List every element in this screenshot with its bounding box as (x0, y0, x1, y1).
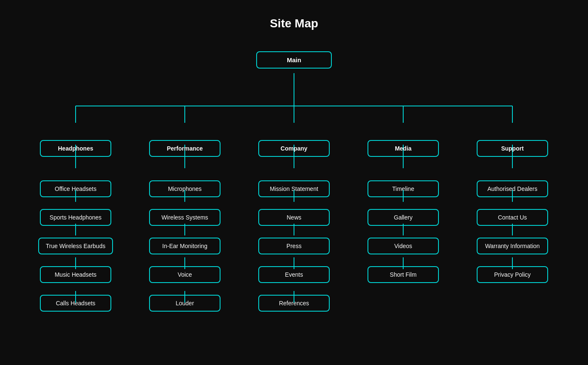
col-support-2: Contact Us (458, 209, 567, 226)
col-company-4: Events (239, 266, 349, 283)
node-performance[interactable]: Performance (149, 140, 220, 157)
col-support-1: Authorised Dealers (458, 180, 567, 197)
col-company-5: References (239, 295, 349, 312)
page-title: Site Map (270, 17, 318, 30)
l3-row-1: Office Headsets Microphones Mission Stat… (21, 180, 567, 197)
root-row: Main (21, 51, 567, 69)
col-performance-4: Voice (130, 266, 239, 283)
l2-row: Headphones Performance Company Media Sup… (21, 140, 567, 157)
node-louder[interactable]: Louder (149, 295, 220, 312)
col-headphones-1: Office Headsets (21, 180, 130, 197)
col-company-3: Press (239, 238, 349, 254)
node-videos[interactable]: Videos (368, 238, 439, 254)
node-microphones[interactable]: Microphones (149, 180, 220, 197)
node-in-ear-monitoring[interactable]: In-Ear Monitoring (149, 238, 220, 254)
node-short-film[interactable]: Short Film (368, 266, 439, 283)
root-node[interactable]: Main (256, 51, 332, 69)
node-mission-statement[interactable]: Mission Statement (258, 180, 330, 197)
col-media-1: Timeline (349, 180, 458, 197)
l3-row-2: Sports Headphones Wireless Systems News … (21, 209, 567, 226)
col-headphones-5: Calls Headsets (21, 295, 130, 312)
connector-spacer-1 (21, 69, 567, 140)
connector-spacer-3 (21, 197, 567, 209)
node-calls-headsets[interactable]: Calls Headsets (40, 295, 111, 312)
node-voice[interactable]: Voice (149, 266, 220, 283)
col-performance-2: Wireless Systems (130, 209, 239, 226)
col-performance-1: Microphones (130, 180, 239, 197)
node-press[interactable]: Press (258, 238, 330, 254)
connector-spacer-5 (21, 254, 567, 266)
col-company-1: Mission Statement (239, 180, 349, 197)
node-headphones[interactable]: Headphones (40, 140, 111, 157)
node-warranty-information[interactable]: Warranty Information (477, 238, 548, 254)
col-performance-5: Louder (130, 295, 239, 312)
col-headphones: Headphones (21, 140, 130, 157)
node-office-headsets[interactable]: Office Headsets (40, 180, 111, 197)
node-privacy-policy[interactable]: Privacy Policy (477, 266, 548, 283)
node-contact-us[interactable]: Contact Us (477, 209, 548, 226)
col-support-4: Privacy Policy (458, 266, 567, 283)
connector-spacer-4 (21, 226, 567, 238)
connector-spacer-6 (21, 283, 567, 295)
node-events[interactable]: Events (258, 266, 330, 283)
node-authorised-dealers[interactable]: Authorised Dealers (477, 180, 548, 197)
sitemap-container: Main Headphones Performance Company Medi… (21, 51, 567, 312)
col-headphones-3: True Wireless Earbuds (21, 238, 130, 254)
col-media-3: Videos (349, 238, 458, 254)
col-headphones-4: Music Headsets (21, 266, 130, 283)
node-company[interactable]: Company (258, 140, 330, 157)
col-media-4: Short Film (349, 266, 458, 283)
node-timeline[interactable]: Timeline (368, 180, 439, 197)
node-media[interactable]: Media (368, 140, 439, 157)
col-performance: Performance (130, 140, 239, 157)
node-references[interactable]: References (258, 295, 330, 312)
l3-row-5: Calls Headsets Louder References (21, 295, 567, 312)
node-sports-headphones[interactable]: Sports Headphones (40, 209, 111, 226)
node-music-headsets[interactable]: Music Headsets (40, 266, 111, 283)
col-media: Media (349, 140, 458, 157)
col-company-2: News (239, 209, 349, 226)
node-news[interactable]: News (258, 209, 330, 226)
connector-spacer-2 (21, 157, 567, 180)
l3-row-3: True Wireless Earbuds In-Ear Monitoring … (21, 238, 567, 254)
node-gallery[interactable]: Gallery (368, 209, 439, 226)
node-wireless-systems[interactable]: Wireless Systems (149, 209, 220, 226)
node-support[interactable]: Support (477, 140, 548, 157)
col-support: Support (458, 140, 567, 157)
col-headphones-2: Sports Headphones (21, 209, 130, 226)
col-support-3: Warranty Information (458, 238, 567, 254)
col-company: Company (239, 140, 349, 157)
col-media-2: Gallery (349, 209, 458, 226)
l3-row-4: Music Headsets Voice Events Short Film P… (21, 266, 567, 283)
col-performance-3: In-Ear Monitoring (130, 238, 239, 254)
node-true-wireless-earbuds[interactable]: True Wireless Earbuds (38, 238, 113, 254)
